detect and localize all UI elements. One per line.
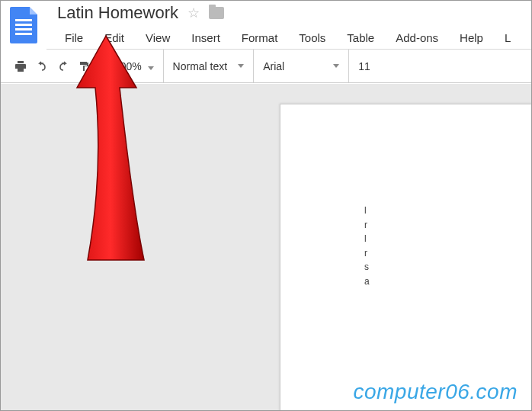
menu-bar: File Edit View Insert Format Tools Table…: [46, 25, 531, 50]
header: Latin Homework ☆ File Edit View Insert F…: [1, 1, 531, 50]
google-docs-logo-icon: [10, 7, 37, 43]
watermark-text: computer06.com: [353, 380, 518, 404]
document-canvas[interactable]: l r l r s a: [1, 84, 531, 410]
paragraph-style-dropdown[interactable]: Normal text: [173, 60, 245, 72]
print-icon: [14, 60, 27, 72]
font-size-value: 11: [358, 60, 370, 72]
menu-help[interactable]: Help: [449, 28, 494, 47]
app-window: Latin Homework ☆ File Edit View Insert F…: [0, 0, 532, 411]
zoom-value: 100%: [114, 60, 142, 72]
page[interactable]: l r l r s a: [280, 104, 531, 410]
menu-addons[interactable]: Add-ons: [385, 28, 449, 47]
chevron-down-icon: [333, 64, 339, 68]
toolbar: 100% Normal text Arial 11: [1, 50, 531, 83]
menu-view[interactable]: View: [135, 28, 181, 47]
paint-roller-icon: [79, 60, 91, 72]
undo-icon: [36, 60, 48, 72]
menu-insert[interactable]: Insert: [181, 28, 231, 47]
menu-tools[interactable]: Tools: [288, 28, 336, 47]
star-icon[interactable]: ☆: [187, 5, 200, 21]
font-dropdown[interactable]: Arial: [263, 60, 339, 72]
redo-icon: [57, 60, 69, 72]
redo-button[interactable]: [53, 56, 74, 77]
menu-file[interactable]: File: [54, 28, 94, 47]
document-body-text[interactable]: l r l r s a: [364, 204, 531, 289]
print-button[interactable]: [10, 56, 31, 77]
title-area: Latin Homework ☆ File Edit View Insert F…: [46, 1, 531, 50]
chevron-down-icon: [148, 66, 154, 70]
folder-icon[interactable]: [209, 7, 224, 19]
font-size-dropdown[interactable]: 11: [358, 60, 370, 72]
menu-overflow[interactable]: L: [494, 28, 521, 47]
chevron-down-icon: [238, 64, 244, 68]
zoom-dropdown[interactable]: 100%: [114, 60, 154, 72]
menu-edit[interactable]: Edit: [94, 28, 135, 47]
menu-format[interactable]: Format: [231, 28, 289, 47]
font-value: Arial: [263, 60, 284, 72]
undo-button[interactable]: [31, 56, 53, 77]
paragraph-style-value: Normal text: [173, 60, 228, 72]
menu-table[interactable]: Table: [336, 28, 385, 47]
document-title-input[interactable]: Latin Homework: [57, 3, 178, 23]
docs-home-button[interactable]: [1, 1, 46, 50]
paint-format-button[interactable]: [74, 56, 95, 77]
